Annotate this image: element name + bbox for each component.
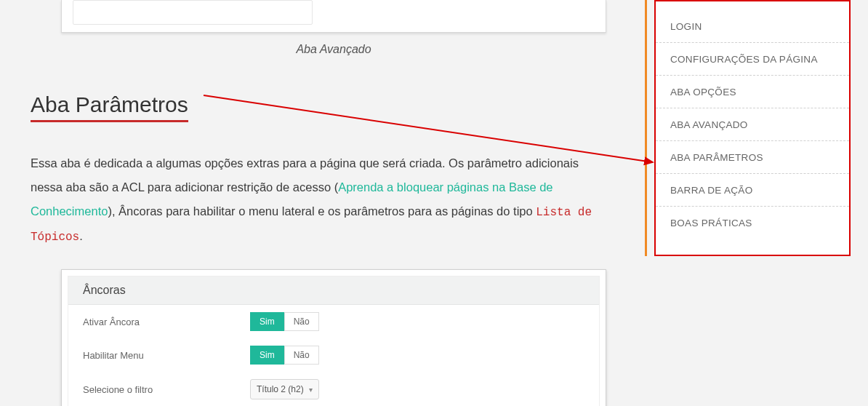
paragraph-text-2: ), Âncoras para habilitar o menu lateral… — [108, 204, 536, 218]
main-content: Aba Avançado Aba Parâmetros Essa aba é d… — [31, 0, 612, 406]
sidebar-item-aba-avancado[interactable]: ABA AVANÇADO — [656, 108, 849, 141]
label-selecione-filtro: Selecione o filtro — [83, 384, 250, 395]
toggle-habilitar-menu: Sim Não — [250, 346, 319, 365]
section-title-aba-parametros: Aba Parâmetros — [31, 92, 188, 122]
field-habilitar-menu: Habilitar Menu Sim Não — [68, 338, 599, 372]
toggle-nao-button[interactable]: Não — [284, 312, 319, 331]
label-ativar-ancora: Ativar Âncora — [83, 317, 250, 327]
toggle-nao-button[interactable]: Não — [284, 346, 319, 365]
sidebar-item-configuracoes[interactable]: CONFIGURAÇÕES DA PÁGINA — [656, 43, 849, 76]
select-filtro[interactable]: Título 2 (h2) ▾ — [250, 379, 319, 399]
caption-aba-avancado: Aba Avançado — [61, 43, 606, 56]
previous-tab-card — [61, 0, 606, 33]
sidebar-item-login[interactable]: LOGIN — [656, 10, 849, 43]
sidebar-item-barra-acao[interactable]: BARRA DE AÇÃO — [656, 174, 849, 207]
paragraph-text-3: . — [79, 229, 83, 242]
toggle-sim-button[interactable]: Sim — [250, 346, 284, 365]
toggle-ativar-ancora: Sim Não — [250, 312, 319, 331]
ancoras-card-body: Âncoras Ativar Âncora Sim Não Habilitar … — [68, 276, 600, 406]
toggle-sim-button[interactable]: Sim — [250, 312, 284, 331]
sidebar-nav: LOGIN CONFIGURAÇÕES DA PÁGINA ABA OPÇÕES… — [654, 0, 851, 256]
sidebar-wrapper: LOGIN CONFIGURAÇÕES DA PÁGINA ABA OPÇÕES… — [645, 0, 851, 256]
section-paragraph: Essa aba é dedicada a algumas opções ext… — [31, 151, 612, 249]
sidebar-item-aba-parametros[interactable]: ABA PARÂMETROS — [656, 141, 849, 174]
field-selecione-filtro: Selecione o filtro Título 2 (h2) ▾ — [68, 372, 599, 406]
label-habilitar-menu: Habilitar Menu — [83, 350, 250, 361]
ancoras-card: Âncoras Ativar Âncora Sim Não Habilitar … — [61, 269, 606, 406]
ancoras-card-title: Âncoras — [68, 276, 599, 305]
field-ativar-ancora: Ativar Âncora Sim Não — [68, 305, 599, 338]
sidebar-item-aba-opcoes[interactable]: ABA OPÇÕES — [656, 76, 849, 108]
select-filtro-value: Título 2 (h2) — [257, 384, 304, 394]
empty-input-preview — [73, 0, 313, 25]
sidebar-item-boas-praticas[interactable]: BOAS PRÁTICAS — [656, 207, 849, 239]
chevron-down-icon: ▾ — [309, 386, 313, 394]
